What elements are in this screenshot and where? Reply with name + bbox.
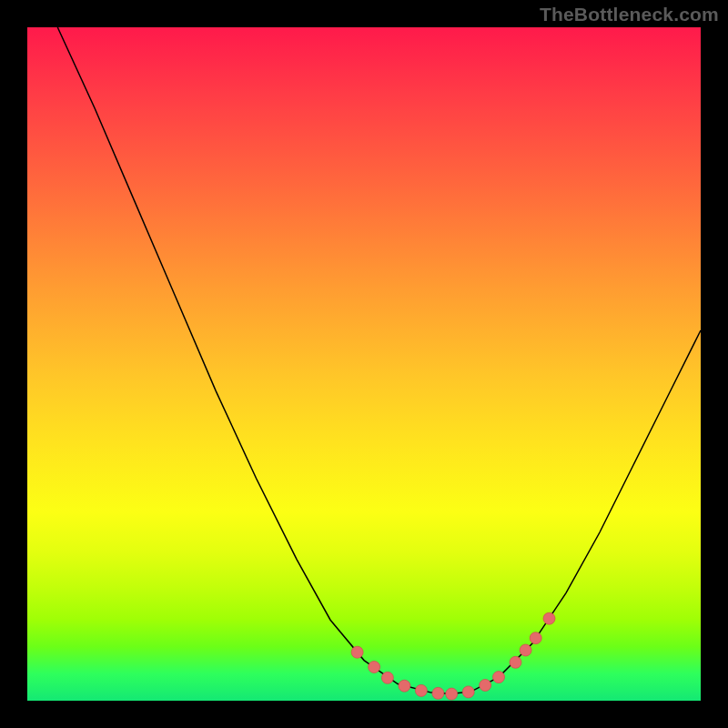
data-marker <box>381 672 393 683</box>
attribution-text: TheBottleneck.com <box>540 4 719 25</box>
data-marker <box>530 632 541 644</box>
data-marker <box>510 656 521 668</box>
data-marker <box>351 646 363 658</box>
bottleneck-curve <box>57 27 701 694</box>
data-marker <box>432 687 444 699</box>
data-marker <box>415 684 427 696</box>
data-marker <box>493 672 505 683</box>
chart-frame: TheBottleneck.com <box>0 0 728 728</box>
data-marker <box>462 686 474 698</box>
data-marker <box>480 679 491 691</box>
data-marker <box>543 612 555 624</box>
data-marker <box>369 662 380 673</box>
data-marker <box>399 680 410 692</box>
data-markers <box>351 612 555 700</box>
chart-overlay <box>27 27 701 701</box>
data-marker <box>520 644 531 656</box>
data-marker <box>446 688 458 700</box>
